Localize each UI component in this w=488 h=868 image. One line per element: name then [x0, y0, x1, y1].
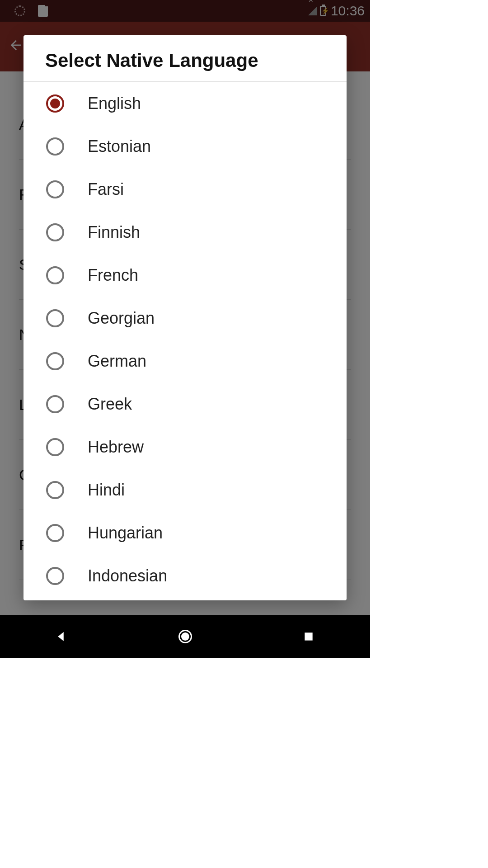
- language-option[interactable]: Greek: [23, 382, 347, 425]
- nav-recent-button[interactable]: [299, 627, 319, 646]
- language-option[interactable]: Hindi: [23, 468, 347, 511]
- radio-icon[interactable]: [46, 223, 64, 241]
- radio-icon[interactable]: [46, 180, 64, 198]
- system-nav-bar: [0, 615, 370, 658]
- language-option-label: Georgian: [88, 309, 155, 328]
- language-option-label: Indonesian: [88, 566, 167, 585]
- language-option-label: German: [88, 352, 146, 371]
- language-option[interactable]: Indonesian: [23, 554, 347, 597]
- radio-icon[interactable]: [46, 481, 64, 499]
- radio-icon[interactable]: [46, 94, 64, 113]
- language-option[interactable]: Hebrew: [23, 425, 347, 468]
- language-option-label: English: [88, 94, 141, 113]
- radio-icon[interactable]: [46, 395, 64, 413]
- radio-icon[interactable]: [46, 567, 64, 585]
- language-option[interactable]: Georgian: [23, 297, 347, 340]
- language-option[interactable]: Farsi: [23, 168, 347, 211]
- radio-icon[interactable]: [46, 137, 64, 156]
- radio-icon[interactable]: [46, 266, 64, 284]
- radio-icon[interactable]: [46, 524, 64, 542]
- language-option[interactable]: German: [23, 340, 347, 382]
- language-option[interactable]: Finnish: [23, 211, 347, 254]
- language-options-list[interactable]: EnglishEstonianFarsiFinnishFrenchGeorgia…: [23, 82, 347, 600]
- svg-point-1: [181, 632, 189, 641]
- language-option[interactable]: Hungarian: [23, 511, 347, 554]
- language-option-label: Finnish: [88, 223, 140, 242]
- radio-icon[interactable]: [46, 352, 64, 370]
- language-option-label: Greek: [88, 395, 132, 414]
- language-option-label: Hebrew: [88, 438, 144, 457]
- select-language-dialog: Select Native Language EnglishEstonianFa…: [23, 35, 347, 600]
- dialog-title: Select Native Language: [23, 35, 347, 81]
- language-option-label: Hungarian: [88, 524, 163, 542]
- nav-home-button[interactable]: [175, 627, 195, 646]
- language-option[interactable]: English: [23, 82, 347, 125]
- language-option-label: French: [88, 266, 138, 285]
- language-option[interactable]: French: [23, 254, 347, 297]
- radio-icon[interactable]: [46, 438, 64, 456]
- language-option-label: Estonian: [88, 137, 151, 156]
- language-option-label: Hindi: [88, 481, 125, 500]
- nav-back-button[interactable]: [52, 627, 72, 646]
- language-option[interactable]: Estonian: [23, 125, 347, 168]
- radio-icon[interactable]: [46, 309, 64, 327]
- language-option-label: Farsi: [88, 180, 124, 199]
- svg-rect-2: [305, 632, 312, 640]
